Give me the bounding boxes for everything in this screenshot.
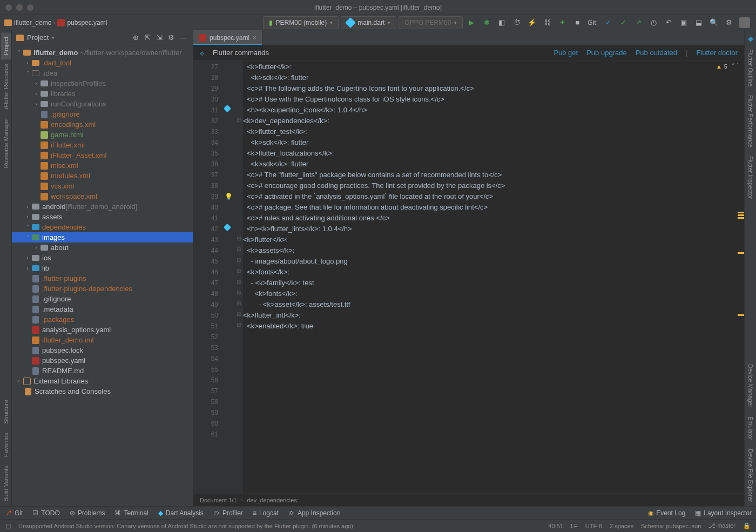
tree-item[interactable]: .gitignore	[12, 294, 193, 304]
tree-item[interactable]: pubspec.lock	[12, 345, 193, 355]
tree-item[interactable]: vcs.xml	[12, 181, 193, 191]
scrollbar[interactable]	[738, 60, 744, 493]
maximize-window[interactable]	[27, 4, 33, 11]
tree-item[interactable]: ›.dart_tool	[12, 58, 193, 68]
rail-build-variants[interactable]: Build Variants	[1, 461, 11, 506]
tree-item[interactable]: ›assets	[12, 212, 193, 222]
tab-dart-analysis[interactable]: ◆Dart Analysis	[158, 509, 204, 517]
git-update-button[interactable]: ✓	[603, 18, 613, 28]
search-button[interactable]: 🔍	[709, 18, 719, 28]
git-push-button[interactable]: ↗	[633, 18, 643, 28]
line-gutter[interactable]: 2728293031323334353637383940414243444546…	[193, 60, 222, 493]
attach-button[interactable]: ⛓	[542, 18, 552, 28]
rail-flutter-outline[interactable]: Flutter Outline	[746, 45, 755, 91]
project-view-selector[interactable]: Project ▾	[16, 33, 55, 42]
tree-item[interactable]: .gitignore	[12, 109, 193, 119]
tree-item[interactable]: iFlutter_Asset.xml	[12, 150, 193, 160]
tree-item[interactable]: .packages	[12, 314, 193, 325]
notifications-icon[interactable]: ◆	[746, 32, 755, 45]
tree-item[interactable]: workspace.xml	[12, 191, 193, 201]
tree-item[interactable]: ›lib	[12, 263, 193, 273]
device-selector[interactable]: ▮ PERM00 (mobile) ▾	[263, 16, 339, 29]
device-ghost[interactable]: OPPO PERM00 ▾	[399, 16, 463, 29]
editor-tab-pubspec[interactable]: pubspec.yaml ×	[193, 30, 262, 45]
tree-item[interactable]: ›ios	[12, 253, 193, 263]
status-hide-icon[interactable]: ▢	[5, 522, 11, 529]
git-rollback-button[interactable]: ↶	[664, 18, 673, 28]
rail-flutter-performance[interactable]: Flutter Performance	[746, 91, 755, 152]
rail-structure[interactable]: Structure	[1, 395, 11, 428]
avd-button[interactable]: ▣	[679, 18, 688, 28]
breadcrumb-file[interactable]: pubspec.yaml	[57, 19, 107, 26]
status-position[interactable]: 40:51	[548, 523, 563, 529]
rail-favorites[interactable]: Favorites	[1, 428, 11, 461]
sdk-button[interactable]: ⬓	[694, 18, 704, 28]
settings-icon[interactable]: ⚙	[166, 32, 177, 43]
tab-event-log[interactable]: ◉Event Log	[648, 509, 685, 517]
tree-item[interactable]: ˅.idea	[12, 68, 193, 78]
tree-item[interactable]: modules.xml	[12, 171, 193, 181]
tab-git[interactable]: ⎇Git	[4, 509, 23, 517]
profile-button[interactable]: ⏱	[512, 18, 522, 28]
close-tab-button[interactable]: ×	[253, 34, 256, 42]
fold-column[interactable]: ⊟⊟⊟⊟⊟⊟⊟⊟⊟⊟	[235, 60, 243, 493]
tree-scratches[interactable]: Scratches and Consoles	[12, 386, 193, 396]
tree-item[interactable]: misc.xml	[12, 160, 193, 171]
run-configuration[interactable]: main.dart ▾	[341, 16, 396, 29]
window-controls[interactable]	[5, 4, 33, 11]
rail-iflutter-resource[interactable]: iFlutter Resource	[1, 59, 11, 113]
run-button[interactable]: ▶	[467, 18, 476, 28]
code-content[interactable]: <k>flutter</k>: <k>sdk</k>: flutter <c>#…	[243, 60, 744, 493]
tab-logcat[interactable]: ≡Logcat	[253, 509, 279, 517]
tree-item[interactable]: ˅images	[12, 232, 193, 243]
tab-profiler[interactable]: ⏲Profiler	[213, 509, 243, 517]
tab-todo[interactable]: ☑TODO	[32, 509, 59, 517]
rail-device-manager[interactable]: Device Manager	[746, 360, 755, 412]
tree-item[interactable]: ›android [iflutter_demo_android]	[12, 201, 193, 212]
debug-button[interactable]: ✱	[482, 18, 491, 28]
tree-item[interactable]: ›about	[12, 243, 193, 253]
tree-item[interactable]: README.md	[12, 366, 193, 376]
git-history-button[interactable]: ◷	[649, 18, 658, 28]
status-linesep[interactable]: LF	[571, 523, 578, 529]
tree-item[interactable]: encodings.xml	[12, 119, 193, 130]
flutter-attach-button[interactable]: ✦	[557, 18, 567, 28]
collapse-button[interactable]: ⇲	[154, 32, 165, 43]
tree-item[interactable]: analysis_options.yaml	[12, 325, 193, 335]
tree-item[interactable]: iFlutter.xml	[12, 140, 193, 150]
rail-flutter-inspector[interactable]: Flutter Inspector	[746, 152, 755, 203]
rail-device-file-explorer[interactable]: Device File Explorer	[746, 445, 755, 506]
pub-upgrade-link[interactable]: Pub upgrade	[586, 49, 626, 57]
tree-item[interactable]: ›inspectionProfiles	[12, 78, 193, 89]
tree-item[interactable]: game.html	[12, 130, 193, 140]
status-indent[interactable]: 2 spaces	[610, 523, 633, 529]
coverage-button[interactable]: ◧	[497, 18, 507, 28]
tree-item[interactable]: ˅dependencies	[12, 222, 193, 232]
expand-button[interactable]: ⇱	[142, 32, 153, 43]
rail-resource-manager[interactable]: Resource Manager	[1, 113, 11, 173]
settings-button[interactable]: ⚙	[724, 18, 734, 28]
tree-root[interactable]: ˅ iflutter_demo ~/flutter-workspace/owne…	[12, 48, 193, 58]
tree-item[interactable]: pubspec.yaml	[12, 355, 193, 366]
git-commit-button[interactable]: ✓	[618, 18, 628, 28]
pub-outdated-link[interactable]: Pub outdated	[636, 49, 677, 57]
hot-reload-button[interactable]: ⚡	[527, 18, 537, 28]
minimize-window[interactable]	[16, 4, 23, 11]
pub-get-link[interactable]: Pub get	[554, 49, 578, 57]
tree-item[interactable]: .flutter-plugins-dependencies	[12, 284, 193, 294]
status-branch[interactable]: ⎇ master	[708, 522, 735, 529]
stop-button[interactable]: ■	[572, 18, 582, 28]
tab-app-inspection[interactable]: ⛭App Inspection	[288, 509, 340, 517]
status-schema[interactable]: Schema: pubspec.json	[641, 523, 701, 529]
tab-terminal[interactable]: ⌘Terminal	[114, 509, 148, 517]
flutter-doctor-link[interactable]: Flutter doctor	[696, 49, 738, 57]
tab-layout-inspector[interactable]: ▦Layout Inspector	[695, 509, 752, 517]
breadcrumb-project[interactable]: iflutter_demo	[4, 19, 51, 26]
avatar[interactable]	[739, 17, 750, 28]
tree-item[interactable]: ›libraries	[12, 89, 193, 99]
project-tree[interactable]: ˅ iflutter_demo ~/flutter-workspace/owne…	[12, 45, 193, 506]
tree-item[interactable]: iflutter_demo.iml	[12, 335, 193, 345]
close-window[interactable]	[5, 4, 12, 11]
gutter-icons[interactable]: 💡	[222, 60, 235, 493]
editor-body[interactable]: 2728293031323334353637383940414243444546…	[193, 60, 744, 493]
